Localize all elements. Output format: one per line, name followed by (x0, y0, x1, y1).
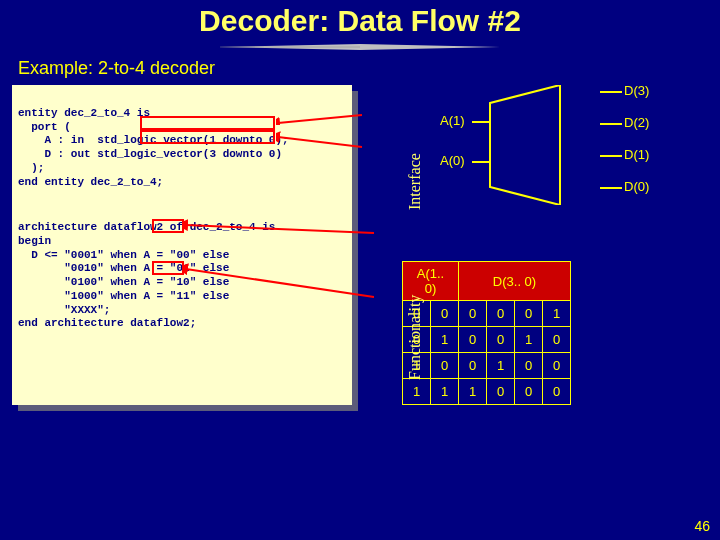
side-label-interface: Interface (406, 153, 424, 210)
wire-out-d3 (600, 91, 622, 93)
arrow-decl-a (276, 107, 362, 125)
highlight-box-decl-a (140, 116, 275, 130)
svg-line-0 (278, 115, 362, 123)
highlight-box-cond-00 (152, 219, 184, 233)
svg-line-3 (186, 269, 374, 297)
mux-output-d0: D(0) (624, 179, 649, 194)
mux-output-d1: D(1) (624, 147, 649, 162)
table-row: 1 0 0 1 0 0 (403, 353, 571, 379)
table-row: 1 1 1 0 0 0 (403, 379, 571, 405)
mux-input-a1: A(1) (440, 113, 465, 128)
table-row: 0 1 0 0 1 0 (403, 327, 571, 353)
arrow-decl-d (276, 131, 362, 149)
svg-marker-4 (490, 85, 560, 205)
wire-in-a0 (472, 161, 490, 163)
wire-in-a1 (472, 121, 490, 123)
mux-output-d2: D(2) (624, 115, 649, 130)
highlight-box-cond-11 (152, 261, 184, 275)
mux-input-a0: A(0) (440, 153, 465, 168)
truth-table: A(1.. 0) D(3.. 0) 0 0 0 0 0 1 0 1 0 0 1 … (402, 261, 571, 405)
wire-out-d2 (600, 123, 622, 125)
slide-title: Decoder: Data Flow #2 (0, 0, 720, 38)
code-panel: entity dec_2_to_4 is port ( A : in std_l… (12, 85, 352, 405)
decoder-symbol: A(1) A(0) D(3) D(2) D(1) D(0) (402, 83, 708, 213)
slide-subtitle: Example: 2-to-4 decoder (0, 58, 720, 79)
side-label-functionality: Functionality (406, 295, 424, 380)
truth-header-d: D(3.. 0) (459, 262, 571, 301)
wire-out-d0 (600, 187, 622, 189)
page-number: 46 (694, 518, 710, 534)
highlight-box-decl-d (140, 130, 275, 144)
svg-line-2 (186, 225, 374, 233)
divider-decoration (220, 44, 500, 50)
wire-out-d1 (600, 155, 622, 157)
table-row: 0 0 0 0 0 1 (403, 301, 571, 327)
arrow-cond-11 (184, 263, 374, 299)
mux-output-d3: D(3) (624, 83, 649, 98)
svg-line-1 (278, 137, 362, 147)
arrow-cond-00 (184, 213, 374, 237)
